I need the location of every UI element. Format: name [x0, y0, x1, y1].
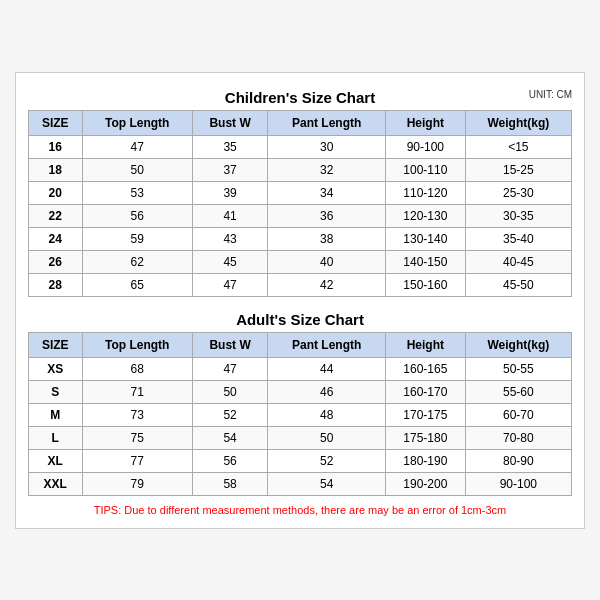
children-size-table: SIZE Top Length Bust W Pant Length Heigh…	[28, 110, 572, 297]
table-cell: 53	[82, 181, 192, 204]
col-pant-length: Pant Length	[268, 110, 386, 135]
table-cell: 54	[192, 426, 268, 449]
adult-header-row: SIZE Top Length Bust W Pant Length Heigh…	[29, 332, 572, 357]
table-cell: 56	[192, 449, 268, 472]
table-cell: 22	[29, 204, 83, 227]
table-row: L755450175-18070-80	[29, 426, 572, 449]
table-cell: 42	[268, 273, 386, 296]
table-cell: S	[29, 380, 83, 403]
adult-col-top-length: Top Length	[82, 332, 192, 357]
col-weight: Weight(kg)	[465, 110, 571, 135]
table-cell: 25-30	[465, 181, 571, 204]
tips-text: TIPS: Due to different measurement metho…	[28, 504, 572, 516]
children-header-row: SIZE Top Length Bust W Pant Length Heigh…	[29, 110, 572, 135]
table-cell: 150-160	[386, 273, 466, 296]
table-cell: 46	[268, 380, 386, 403]
table-cell: 45-50	[465, 273, 571, 296]
table-cell: XS	[29, 357, 83, 380]
table-cell: 73	[82, 403, 192, 426]
table-row: 20533934110-12025-30	[29, 181, 572, 204]
table-cell: 79	[82, 472, 192, 495]
table-cell: 71	[82, 380, 192, 403]
table-cell: 180-190	[386, 449, 466, 472]
table-row: M735248170-17560-70	[29, 403, 572, 426]
table-cell: 35	[192, 135, 268, 158]
table-cell: 37	[192, 158, 268, 181]
table-cell: 30-35	[465, 204, 571, 227]
table-row: 24594338130-14035-40	[29, 227, 572, 250]
adult-size-table: SIZE Top Length Bust W Pant Length Heigh…	[28, 332, 572, 496]
adult-title-text: Adult's Size Chart	[236, 311, 364, 328]
table-row: S715046160-17055-60	[29, 380, 572, 403]
table-cell: 80-90	[465, 449, 571, 472]
table-cell: 34	[268, 181, 386, 204]
table-cell: 100-110	[386, 158, 466, 181]
table-cell: 90-100	[465, 472, 571, 495]
table-cell: 55-60	[465, 380, 571, 403]
table-cell: 18	[29, 158, 83, 181]
table-cell: 62	[82, 250, 192, 273]
adult-col-pant-length: Pant Length	[268, 332, 386, 357]
table-cell: 47	[82, 135, 192, 158]
table-cell: 38	[268, 227, 386, 250]
table-cell: 45	[192, 250, 268, 273]
table-cell: 60-70	[465, 403, 571, 426]
table-cell: 59	[82, 227, 192, 250]
table-cell: 75	[82, 426, 192, 449]
table-cell: 65	[82, 273, 192, 296]
table-cell: 36	[268, 204, 386, 227]
table-row: 22564136120-13030-35	[29, 204, 572, 227]
table-row: XL775652180-19080-90	[29, 449, 572, 472]
table-cell: 32	[268, 158, 386, 181]
table-cell: 68	[82, 357, 192, 380]
table-cell: 16	[29, 135, 83, 158]
table-cell: 170-175	[386, 403, 466, 426]
adult-col-weight: Weight(kg)	[465, 332, 571, 357]
col-top-length: Top Length	[82, 110, 192, 135]
table-cell: 190-200	[386, 472, 466, 495]
table-cell: 175-180	[386, 426, 466, 449]
table-cell: 160-165	[386, 357, 466, 380]
table-cell: 39	[192, 181, 268, 204]
col-height: Height	[386, 110, 466, 135]
table-cell: 28	[29, 273, 83, 296]
table-cell: 47	[192, 273, 268, 296]
table-row: XS684744160-16550-55	[29, 357, 572, 380]
table-cell: 77	[82, 449, 192, 472]
table-cell: 110-120	[386, 181, 466, 204]
table-row: 18503732100-11015-25	[29, 158, 572, 181]
table-cell: 54	[268, 472, 386, 495]
table-cell: 90-100	[386, 135, 466, 158]
adult-col-bust-w: Bust W	[192, 332, 268, 357]
table-cell: 47	[192, 357, 268, 380]
table-cell: XL	[29, 449, 83, 472]
table-cell: 140-150	[386, 250, 466, 273]
chart-container: Children's Size Chart UNIT: CM SIZE Top …	[15, 72, 585, 529]
table-cell: 40	[268, 250, 386, 273]
table-row: 28654742150-16045-50	[29, 273, 572, 296]
table-cell: 44	[268, 357, 386, 380]
table-cell: 50	[268, 426, 386, 449]
unit-label: UNIT: CM	[529, 89, 572, 100]
children-section-title: Children's Size Chart UNIT: CM	[28, 83, 572, 110]
table-cell: 48	[268, 403, 386, 426]
table-row: 26624540140-15040-45	[29, 250, 572, 273]
table-cell: 52	[192, 403, 268, 426]
table-cell: 50-55	[465, 357, 571, 380]
adult-col-height: Height	[386, 332, 466, 357]
adult-col-size: SIZE	[29, 332, 83, 357]
children-title-text: Children's Size Chart	[225, 89, 375, 106]
table-cell: 20	[29, 181, 83, 204]
table-cell: <15	[465, 135, 571, 158]
table-cell: 24	[29, 227, 83, 250]
table-cell: 41	[192, 204, 268, 227]
table-cell: XXL	[29, 472, 83, 495]
table-cell: 43	[192, 227, 268, 250]
table-row: XXL795854190-20090-100	[29, 472, 572, 495]
table-cell: 26	[29, 250, 83, 273]
table-cell: 50	[82, 158, 192, 181]
table-cell: 70-80	[465, 426, 571, 449]
adult-section-title: Adult's Size Chart	[28, 305, 572, 332]
table-cell: 130-140	[386, 227, 466, 250]
table-cell: 40-45	[465, 250, 571, 273]
